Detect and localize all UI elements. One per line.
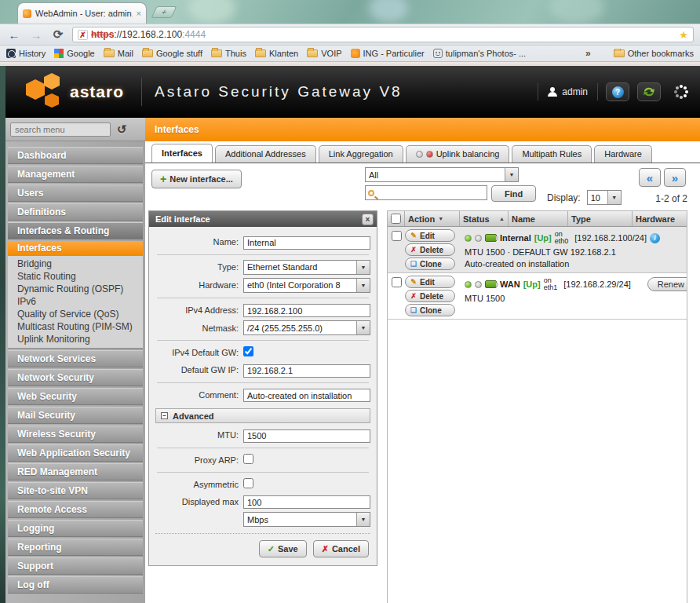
sidebar-item-remote-access[interactable]: Remote Access — [8, 501, 143, 518]
column-status[interactable]: Status ▲ — [460, 211, 509, 226]
tab-hardware[interactable]: Hardware — [594, 145, 652, 163]
tab-multipath-rules[interactable]: Multipath Rules — [512, 145, 592, 163]
save-button[interactable]: ✓ Save — [259, 540, 307, 557]
tab-close-icon[interactable]: × — [137, 9, 141, 18]
bookmark-folder-google-stuff[interactable]: Google stuff — [142, 49, 202, 58]
sidebar-item-logging[interactable]: Logging — [8, 520, 143, 537]
bookmark-history[interactable]: History — [6, 49, 46, 58]
tab-link-aggregation[interactable]: Link Aggregation — [319, 145, 403, 163]
sidebar-item-network-security[interactable]: Network Security — [8, 369, 143, 386]
help-button[interactable]: ? — [606, 82, 629, 101]
sidebar-item-qos[interactable]: Quality of Service (QoS) — [8, 308, 143, 320]
new-tab-button[interactable]: + — [151, 6, 177, 18]
column-action[interactable]: Action ▼ — [405, 211, 460, 226]
table-search-input[interactable] — [374, 188, 484, 198]
bookmark-folder-klanten[interactable]: Klanten — [255, 49, 298, 58]
type-select[interactable]: Ethernet Standard ▼ — [243, 260, 370, 275]
sidebar-item-users[interactable]: Users — [8, 185, 143, 202]
browser-tab[interactable]: WebAdmin - User: admin... × — [17, 2, 147, 24]
refresh-button[interactable] — [637, 82, 661, 101]
select-all-checkbox[interactable] — [391, 214, 401, 224]
filter-select[interactable]: All ▼ — [365, 167, 519, 182]
asymmetric-checkbox[interactable] — [243, 478, 253, 488]
new-interface-button[interactable]: + New interface... — [151, 170, 242, 188]
close-icon[interactable]: × — [362, 214, 374, 225]
column-hardware[interactable]: Hardware — [633, 211, 687, 226]
column-type[interactable]: Type — [568, 211, 633, 226]
tab-uplink-balancing[interactable]: Uplink balancing — [406, 145, 510, 163]
table-search-field[interactable] — [365, 185, 487, 200]
sidebar-item-log-off[interactable]: Log off — [8, 576, 143, 594]
next-page-button[interactable]: » — [664, 168, 686, 187]
sidebar-item-management[interactable]: Management — [8, 166, 143, 183]
row-checkbox[interactable] — [392, 231, 402, 241]
sidebar-section-interfaces-routing[interactable]: Interfaces & Routing — [8, 222, 143, 239]
renew-button[interactable]: Renew — [647, 277, 687, 291]
other-bookmarks-button[interactable]: Other bookmarks — [614, 49, 694, 58]
sidebar-item-red-management[interactable]: RED Management — [8, 463, 143, 481]
delete-button[interactable]: ✗ Delete — [405, 243, 455, 256]
tab-label: Uplink balancing — [436, 146, 500, 163]
proxy-arp-checkbox[interactable] — [243, 454, 253, 464]
sidebar-item-web-security[interactable]: Web Security — [8, 388, 143, 405]
sidebar-item-mail-security[interactable]: Mail Security — [8, 407, 143, 424]
clone-button[interactable]: ❏ Clone — [405, 258, 455, 270]
url-bar[interactable]: ✗ https://192.168.2.100:4444 ★ — [72, 27, 694, 42]
sidebar-item-dynamic-routing[interactable]: Dynamic Routing (OSPF) — [8, 283, 143, 295]
search-menu-input[interactable] — [10, 122, 111, 137]
bookmark-folder-thuis[interactable]: Thuis — [211, 49, 246, 58]
row-checkbox[interactable] — [392, 277, 402, 287]
bookmark-ing[interactable]: ING - Particulier — [351, 49, 425, 58]
edit-button[interactable]: ✎ Edit — [405, 229, 455, 242]
sidebar-item-support[interactable]: Support — [8, 557, 143, 575]
advanced-section-toggle[interactable]: − Advanced — [155, 408, 370, 423]
sidebar-item-reporting[interactable]: Reporting — [8, 539, 143, 556]
cancel-button[interactable]: ✗ Cancel — [313, 540, 369, 557]
tab-interfaces[interactable]: Interfaces — [151, 144, 213, 163]
reset-search-icon[interactable]: ↺ — [117, 122, 127, 137]
sidebar-item-definitions[interactable]: Definitions — [8, 203, 143, 221]
hardware-select[interactable]: eth0 (Intel Corporation 8 ▼ — [243, 278, 370, 293]
default-gw-checkbox[interactable] — [243, 346, 253, 356]
column-name[interactable]: Name — [509, 211, 568, 226]
display-count-select[interactable]: 10 ▼ — [587, 190, 622, 205]
forward-icon[interactable]: → — [28, 28, 44, 42]
netmask-select[interactable]: /24 (255.255.255.0) ▼ — [243, 320, 370, 335]
tab-additional-addresses[interactable]: Additional Addresses — [215, 145, 316, 163]
comment-input[interactable] — [243, 389, 370, 402]
prev-page-button[interactable]: « — [639, 168, 661, 187]
sidebar-item-interfaces[interactable]: Interfaces — [8, 241, 143, 256]
divider — [157, 382, 369, 383]
delete-button[interactable]: ✗ Delete — [405, 290, 455, 302]
sidebar-item-site-to-site-vpn[interactable]: Site-to-site VPN — [8, 482, 143, 499]
sidebar-item-web-application-security[interactable]: Web Application Security — [8, 444, 143, 462]
insecure-page-icon[interactable]: ✗ — [78, 30, 88, 40]
sidebar-item-uplink-monitoring[interactable]: Uplink Monitoring — [8, 333, 143, 345]
bookmark-tulipman[interactable]: tulipman's Photos- ... — [433, 49, 526, 58]
led-gray-icon — [475, 235, 482, 242]
sidebar-item-network-services[interactable]: Network Services — [8, 350, 143, 367]
back-icon[interactable]: ← — [6, 28, 22, 42]
info-icon[interactable]: i — [650, 233, 660, 243]
bookmark-google[interactable]: Google — [54, 49, 94, 58]
bookmark-folder-voip[interactable]: VOIP — [307, 49, 341, 58]
ipv4-input[interactable] — [243, 304, 370, 317]
sidebar-item-wireless-security[interactable]: Wireless Security — [8, 426, 143, 443]
displayed-max-input[interactable] — [243, 495, 370, 509]
bookmarks-overflow-icon[interactable]: » — [585, 48, 591, 59]
sidebar-item-dashboard[interactable]: Dashboard — [8, 147, 143, 164]
unit-select[interactable]: Mbps ▼ — [243, 512, 370, 527]
name-input[interactable] — [243, 236, 370, 250]
find-button[interactable]: Find — [491, 185, 536, 202]
clone-button[interactable]: ❏ Clone — [405, 304, 455, 316]
bookmark-folder-mail[interactable]: Mail — [104, 49, 133, 58]
edit-button[interactable]: ✎ Edit — [405, 276, 455, 288]
sidebar-item-static-routing[interactable]: Static Routing — [8, 270, 143, 283]
sidebar-item-ipv6[interactable]: IPv6 — [8, 295, 143, 308]
mtu-input[interactable] — [243, 429, 370, 443]
reload-icon[interactable]: ⟳ — [50, 27, 66, 42]
sidebar-item-multicast[interactable]: Multicast Routing (PIM-SM) — [8, 320, 143, 333]
sidebar-item-bridging[interactable]: Bridging — [8, 258, 143, 270]
bookmark-star-icon[interactable]: ★ — [679, 29, 688, 41]
gw-ip-input[interactable] — [243, 364, 370, 378]
